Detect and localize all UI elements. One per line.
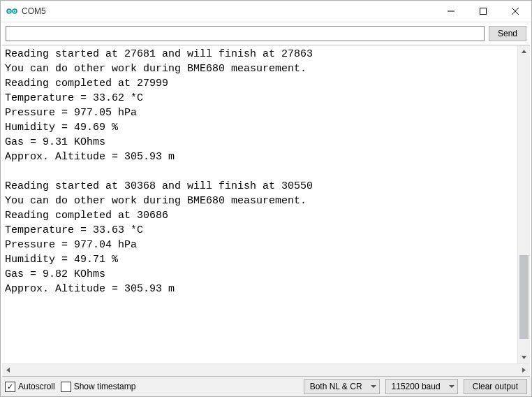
svg-rect-2 [8, 11, 10, 12]
scroll-down-icon[interactable] [518, 352, 530, 363]
checkbox-icon [5, 382, 15, 392]
svg-marker-12 [522, 368, 526, 373]
maximize-button[interactable] [467, 1, 499, 22]
content-area: Reading started at 27681 and will finish… [2, 45, 530, 377]
line-ending-select[interactable]: Both NL & CR [304, 379, 380, 394]
baud-rate-select[interactable]: 115200 baud [385, 379, 458, 394]
line-ending-value: Both NL & CR [310, 382, 362, 391]
timestamp-checkbox[interactable]: Show timestamp [61, 382, 136, 392]
arduino-icon [6, 6, 17, 17]
timestamp-label: Show timestamp [74, 382, 136, 391]
svg-marker-13 [371, 385, 376, 388]
statusbar: Autoscroll Show timestamp Both NL & CR 1… [1, 377, 531, 396]
serial-input[interactable] [6, 26, 485, 41]
window-controls [435, 1, 531, 22]
close-button[interactable] [499, 1, 531, 22]
svg-marker-10 [522, 356, 526, 359]
svg-marker-11 [6, 368, 10, 373]
svg-rect-6 [480, 8, 487, 15]
scroll-up-icon[interactable] [518, 45, 530, 57]
vertical-scrollbar[interactable] [517, 45, 530, 363]
chevron-down-icon [449, 383, 455, 391]
minimize-button[interactable] [435, 1, 467, 22]
autoscroll-label: Autoscroll [18, 382, 55, 391]
horizontal-scrollbar[interactable] [2, 363, 530, 376]
titlebar: COM5 [1, 1, 531, 22]
scrollbar-thumb[interactable] [519, 255, 529, 339]
input-toolbar: Send [1, 22, 531, 45]
svg-rect-4 [15, 10, 15, 13]
baud-rate-value: 115200 baud [392, 382, 441, 391]
svg-line-7 [512, 8, 519, 15]
clear-output-button[interactable]: Clear output [464, 379, 527, 394]
svg-marker-9 [522, 50, 526, 53]
chevron-down-icon [371, 383, 376, 391]
serial-output[interactable]: Reading started at 27681 and will finish… [2, 45, 517, 363]
send-button[interactable]: Send [489, 26, 526, 41]
svg-line-8 [512, 8, 519, 15]
svg-marker-14 [449, 385, 455, 388]
scroll-right-icon[interactable] [518, 364, 530, 376]
window-title: COM5 [22, 6, 435, 16]
checkbox-icon [61, 382, 71, 392]
scroll-left-icon[interactable] [2, 364, 14, 376]
serial-monitor-window: COM5 Send Reading started at 27681 and w… [0, 0, 532, 397]
autoscroll-checkbox[interactable]: Autoscroll [5, 382, 55, 392]
